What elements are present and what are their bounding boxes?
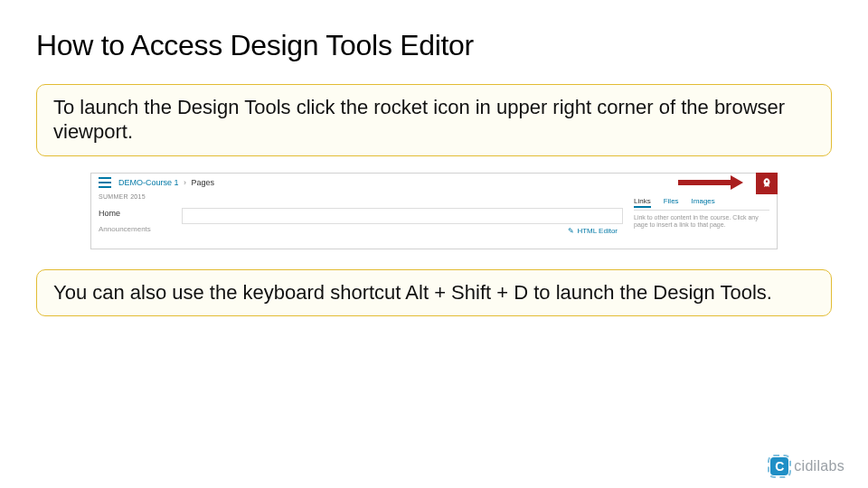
breadcrumb-separator: › bbox=[184, 178, 186, 187]
tab-images[interactable]: Images bbox=[692, 197, 715, 208]
arrow-icon bbox=[678, 175, 750, 190]
hamburger-icon[interactable] bbox=[99, 177, 111, 188]
rocket-launch-button[interactable] bbox=[756, 173, 778, 194]
brand-logo: C cidilabs bbox=[770, 457, 844, 475]
rocket-icon bbox=[760, 177, 773, 190]
breadcrumb-course[interactable]: DEMO-Course 1 bbox=[118, 178, 179, 187]
panel-hint: Link to other content in the course. Cli… bbox=[634, 214, 769, 230]
nav-announcements[interactable]: Announcements bbox=[99, 225, 171, 233]
slide-title: How to Access Design Tools Editor bbox=[36, 29, 832, 62]
screenshot-topbar: DEMO-Course 1 › Pages bbox=[91, 174, 777, 190]
tab-links[interactable]: Links bbox=[634, 197, 651, 208]
logo-badge: C bbox=[770, 457, 788, 475]
callout-primary: To launch the Design Tools click the roc… bbox=[36, 84, 832, 156]
nav-home[interactable]: Home bbox=[99, 209, 171, 218]
title-input[interactable] bbox=[182, 208, 623, 224]
callout-secondary: You can also use the keyboard shortcut A… bbox=[36, 269, 832, 317]
screenshot-canvas: DEMO-Course 1 › Pages SUMMER 2015 Home A… bbox=[90, 173, 778, 249]
slide: How to Access Design Tools Editor To lau… bbox=[0, 0, 868, 488]
tab-files[interactable]: Files bbox=[664, 197, 679, 208]
term-label: SUMMER 2015 bbox=[99, 193, 171, 200]
screenshot-leftnav: SUMMER 2015 Home Announcements bbox=[99, 192, 171, 233]
pencil-icon: ✎ bbox=[568, 227, 574, 235]
breadcrumb: DEMO-Course 1 › Pages bbox=[118, 178, 214, 187]
html-editor-link[interactable]: ✎HTML Editor bbox=[568, 227, 618, 235]
breadcrumb-page: Pages bbox=[192, 178, 215, 187]
screenshot-main: ✎HTML Editor bbox=[182, 192, 623, 233]
logo-text: cidilabs bbox=[794, 458, 844, 474]
screenshot-rightpanel: Links Files Images Link to other content… bbox=[634, 192, 769, 233]
pointer-overlay bbox=[678, 173, 778, 194]
